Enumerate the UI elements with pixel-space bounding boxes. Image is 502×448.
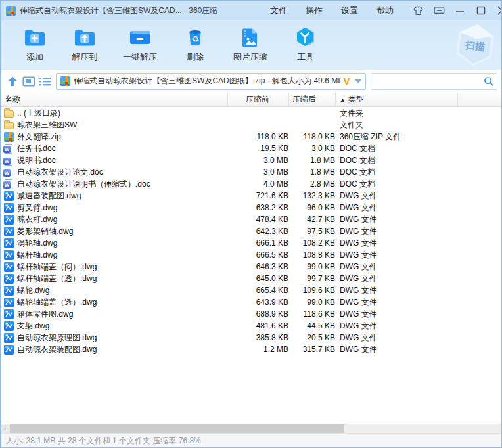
file-name: 蜗轮轴端盖（透）.dwg [17, 297, 97, 308]
size-after: 132.3 KB [288, 191, 335, 200]
file-type: DWG 文件 [335, 309, 377, 320]
image-compress-icon [237, 24, 263, 51]
minimize-button[interactable] [454, 5, 466, 16]
table-row[interactable]: 晾衣杆.dwg 478.4 KB 42.7 KB DWG 文件 [1, 213, 501, 225]
one-click-extract-button[interactable]: 一键解压 [116, 24, 164, 63]
up-level-button[interactable] [5, 74, 21, 89]
column-header-size-after[interactable]: 压缩后 [288, 93, 335, 106]
file-name-cell: 任务书.doc [1, 143, 227, 154]
file-name: 任务书.doc [17, 143, 56, 154]
close-button[interactable] [496, 5, 502, 16]
size-after: 118.6 KB [288, 309, 335, 319]
delete-button[interactable]: ♻ 删除 [177, 24, 214, 63]
dwg-file-icon [4, 262, 14, 272]
list-view-button[interactable] [37, 74, 53, 89]
delete-button-label: 删除 [187, 51, 204, 63]
archive-path-combobox[interactable]: 伸缩式自动晾衣架设计【含三维图SW及CAD图纸】.zip - 解包大小为 49.… [56, 73, 366, 90]
column-header-type[interactable]: ▲ 类型 [335, 93, 458, 106]
scan-badge[interactable]: 扫描 [453, 22, 497, 70]
menu-settings[interactable]: 设置 [341, 5, 358, 16]
file-type: 文件夹 [335, 108, 363, 119]
table-row[interactable]: .. (上级目录) 文件夹 [1, 107, 501, 119]
file-name: 自动晾衣架设计说明书（伸缩式）.doc [17, 179, 150, 190]
table-row[interactable]: 晾衣架三维图SW 文件夹 [1, 119, 501, 131]
address-bar: 伸缩式自动晾衣架设计【含三维图SW及CAD图纸】.zip - 解包大小为 49.… [1, 70, 501, 93]
status-text: 大小: 38.1 MB 共 28 个文件和 1 个文件夹 压缩率 76.8% [6, 436, 201, 447]
dwg-file-icon [4, 298, 14, 307]
size-after: 42.7 KB [288, 215, 335, 224]
file-name: 箱体零件图.dwg [17, 309, 73, 320]
dwg-file-icon [4, 250, 14, 260]
feedback-icon[interactable] [433, 5, 445, 16]
table-row[interactable]: 自动晾衣架设计论文.doc 3.0 MB 1.8 MB DOC 文档 [1, 166, 501, 178]
chevron-down-icon[interactable] [355, 79, 361, 83]
file-type: DWG 文件 [335, 226, 377, 237]
table-row[interactable]: 自动晾衣架装配图.dwg 1.2 MB 315.7 KB DWG 文件 [1, 344, 501, 355]
scrollbar-thumb[interactable] [10, 424, 344, 433]
size-after: 118.0 KB [288, 132, 335, 141]
file-icon-slot [3, 309, 14, 319]
file-name-cell: 说明书.doc [1, 155, 227, 166]
file-type: DWG 文件 [335, 214, 377, 225]
table-row[interactable]: 箱体零件图.dwg 688.9 KB 118.6 KB DWG 文件 [1, 308, 501, 320]
table-row[interactable]: 外文翻译.zip 118.0 KB 118.0 KB 360压缩 ZIP 文件 [1, 131, 501, 143]
menu-help[interactable]: 帮助 [377, 5, 394, 16]
size-after: 108.2 KB [288, 238, 335, 248]
size-before: 666.1 KB [227, 238, 288, 248]
add-button[interactable]: 添加 [16, 24, 53, 63]
file-name-cell: 涡轮轴.dwg [1, 238, 227, 249]
column-header-size-before[interactable]: 压缩前 [227, 93, 288, 106]
tools-button[interactable]: 工具 [287, 24, 324, 63]
file-name: 蜗杆轴端盖（透）.dwg [17, 273, 97, 284]
table-row[interactable]: 自动晾衣架原理图.dwg 385.8 KB 20.5 KB DWG 文件 [1, 332, 501, 344]
dwg-file-icon [4, 203, 14, 213]
scroll-left-arrow[interactable]: ‹ [1, 424, 10, 433]
file-name-cell: 自动晾衣架设计论文.doc [1, 167, 227, 178]
file-name: 外文翻译.zip [17, 131, 61, 143]
file-name-cell: 蜗轮轴端盖（透）.dwg [1, 297, 227, 308]
table-row[interactable]: 蜗杆轴端盖（透）.dwg 645.0 KB 99.7 KB DWG 文件 [1, 273, 501, 284]
column-header-name[interactable]: 名称 [1, 93, 227, 106]
skin-shirt-icon[interactable] [412, 5, 424, 16]
table-row[interactable]: 自动晾衣架设计说明书（伸缩式）.doc 4.0 MB 2.8 MB DOC 文档 [1, 178, 501, 190]
dwg-file-icon [4, 215, 14, 225]
table-row[interactable]: 任务书.doc 19.5 KB 3.0 KB DOC 文档 [1, 143, 501, 154]
file-icon-slot [3, 226, 14, 236]
preview-pane-button[interactable] [21, 74, 37, 89]
file-name: .. (上级目录) [17, 108, 60, 119]
file-name: 自动晾衣架设计论文.doc [17, 167, 103, 178]
table-row[interactable]: 菱形架销轴.dwg 642.3 KB 97.5 KB DWG 文件 [1, 225, 501, 237]
file-icon-slot [3, 321, 14, 331]
menu-action[interactable]: 操作 [306, 5, 323, 16]
file-name-cell: 支架.dwg [1, 321, 227, 332]
maximize-button[interactable] [475, 5, 487, 16]
table-row[interactable]: 剪叉臂.dwg 638.2 KB 96.0 KB DWG 文件 [1, 202, 501, 213]
folder-icon [4, 110, 14, 118]
extract-to-button[interactable]: 解压到 [66, 24, 103, 63]
table-row[interactable]: 蜗杆轴端盖（闷）.dwg 646.3 KB 99.0 KB DWG 文件 [1, 261, 501, 273]
dwg-file-icon [4, 274, 14, 284]
table-row[interactable]: 蜗杆轴.dwg 666.5 KB 108.8 KB DWG 文件 [1, 249, 501, 261]
file-name-cell: 晾衣架三维图SW [1, 120, 227, 131]
size-before: 118.0 KB [227, 132, 288, 141]
file-icon-slot [3, 179, 14, 189]
table-row[interactable]: 支架.dwg 481.6 KB 44.5 KB DWG 文件 [1, 320, 501, 332]
table-row[interactable]: 涡轮轴.dwg 666.1 KB 108.2 KB DWG 文件 [1, 237, 501, 249]
image-compress-button[interactable]: 图片压缩 [227, 24, 274, 63]
menu-file[interactable]: 文件 [270, 5, 287, 16]
table-row[interactable]: 蜗轮.dwg 665.4 KB 109.6 KB DWG 文件 [1, 284, 501, 296]
size-after: 99.0 KB [288, 262, 335, 271]
search-input[interactable] [371, 74, 481, 89]
table-row[interactable]: 减速器装配图.dwg 721.6 KB 132.3 KB DWG 文件 [1, 190, 501, 202]
file-name-cell: 自动晾衣架装配图.dwg [1, 344, 227, 355]
file-type: DWG 文件 [335, 202, 377, 213]
file-type: DOC 文档 [335, 167, 375, 178]
search-icon[interactable] [481, 76, 497, 87]
dwg-file-icon [4, 191, 14, 201]
file-icon-slot [3, 190, 14, 201]
size-before: 721.6 KB [227, 191, 288, 200]
tools-icon [292, 24, 319, 51]
size-after: 315.7 KB [288, 345, 335, 354]
table-row[interactable]: 蜗轮轴端盖（透）.dwg 643.9 KB 99.0 KB DWG 文件 [1, 296, 501, 308]
table-row[interactable]: 说明书.doc 3.0 MB 1.8 MB DOC 文档 [1, 154, 501, 166]
